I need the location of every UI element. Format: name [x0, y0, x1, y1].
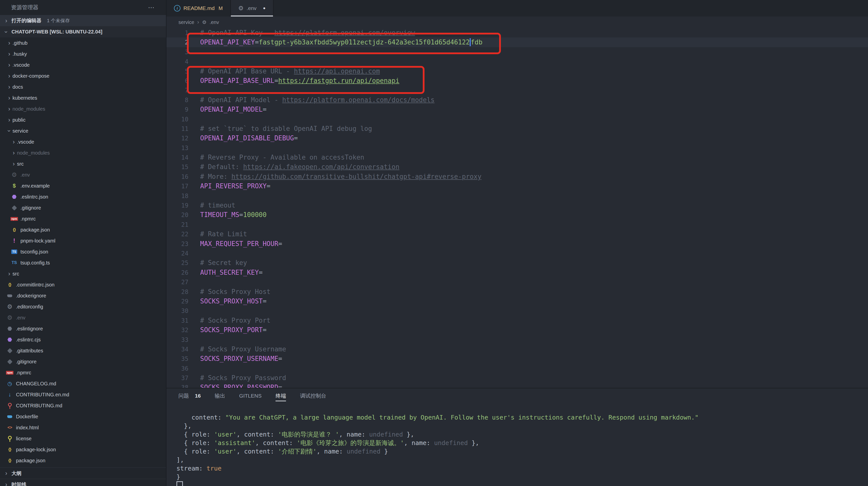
tree-item-node-modules[interactable]: ›node_modules: [0, 104, 166, 114]
code-token: =: [262, 326, 267, 334]
line-number: 13: [166, 143, 188, 153]
code-line-5[interactable]: 5# OpenAI API Base URL - https://api.ope…: [166, 66, 868, 76]
panel-tab-终端[interactable]: 终端: [276, 388, 286, 403]
tree-item-docker-compose[interactable]: ›docker-compose: [0, 70, 166, 81]
tree-item-service[interactable]: ›service: [0, 125, 166, 136]
breadcrumb-folder[interactable]: service: [179, 20, 194, 25]
panel-tab-GITLENS[interactable]: GITLENS: [239, 388, 261, 403]
tree-item-.dockerignore[interactable]: .dockerignore: [0, 290, 166, 301]
code-line-18[interactable]: 18: [166, 191, 868, 201]
code-line-7[interactable]: 7: [166, 85, 868, 95]
tree-item-.vscode[interactable]: ›.vscode: [0, 136, 166, 147]
code-line-23[interactable]: 23MAX_REQUEST_PER_HOUR=: [166, 239, 868, 249]
terminal-output[interactable]: content: "You are ChatGPT, a large langu…: [166, 403, 868, 486]
code-line-2[interactable]: 2OPENAI_API_KEY=fastgpt-y6b3axfbdd5wyp01…: [166, 37, 868, 47]
code-line-28[interactable]: 28# Socks Proxy Host: [166, 287, 868, 296]
code-line-32[interactable]: 32SOCKS_PROXY_PORT=: [166, 325, 868, 335]
tree-item-.env[interactable]: ⚙.env: [0, 312, 166, 323]
code-line-16[interactable]: 16# More: https://github.com/transitive-…: [166, 172, 868, 181]
tree-item-.vscode[interactable]: ›.vscode: [0, 59, 166, 70]
terminal-token: { role:: [177, 431, 214, 438]
tree-item-CONTRIBUTING.md[interactable]: CONTRIBUTING.md: [0, 400, 166, 411]
tree-item-node-modules[interactable]: ›node_modules: [0, 147, 166, 158]
code-line-15[interactable]: 15# Default: https://ai.fakeopen.com/api…: [166, 162, 868, 172]
code-line-34[interactable]: 34# Socks Proxy Username: [166, 344, 868, 354]
outline-section[interactable]: › 大纲: [0, 467, 166, 479]
tree-item-public[interactable]: ›public: [0, 114, 166, 125]
tree-item-pnpm-lock.yaml[interactable]: !pnpm-lock.yaml: [0, 235, 166, 246]
line-number: 15: [166, 162, 188, 172]
code-line-35[interactable]: 35SOCKS_PROXY_USERNAME=: [166, 354, 868, 363]
tree-item-CHANGELOG.md[interactable]: ◷CHANGELOG.md: [0, 378, 166, 389]
code-line-8[interactable]: 8# OpenAI API Model - https://platform.o…: [166, 95, 868, 105]
unsaved-dot-icon[interactable]: ●: [263, 6, 266, 11]
tree-item-package.json[interactable]: {}package.json: [0, 224, 166, 235]
breadcrumb-file[interactable]: .env: [210, 20, 219, 25]
timeline-section[interactable]: › 时间线: [0, 479, 166, 486]
code-line-26[interactable]: 26AUTH_SECRET_KEY=: [166, 268, 868, 277]
tree-item-Dockerfile[interactable]: Dockerfile: [0, 411, 166, 422]
tree-item-.npmrc[interactable]: .npmrc: [0, 367, 166, 378]
tree-item-CONTRIBUTING.en.md[interactable]: ↓CONTRIBUTING.en.md: [0, 389, 166, 400]
code-line-37[interactable]: 37# Socks Proxy Password: [166, 373, 868, 382]
tree-item-package.json[interactable]: {}package.json: [0, 455, 166, 466]
tree-item-package-lock.json[interactable]: {}package-lock.json: [0, 444, 166, 455]
code-line-1[interactable]: 1# OpenAI API Key - https://platform.ope…: [166, 28, 868, 37]
tree-item-.npmrc[interactable]: .npmrc: [0, 213, 166, 224]
panel-tab-调试控制台[interactable]: 调试控制台: [300, 388, 326, 403]
tab-env[interactable]: ⚙ .env ●: [231, 0, 274, 17]
code-line-10[interactable]: 10: [166, 114, 868, 124]
tree-item-docs[interactable]: ›docs: [0, 81, 166, 92]
tree-item-.github[interactable]: ›.github: [0, 37, 166, 49]
tree-item-.eslintrc.json[interactable]: .eslintrc.json: [0, 191, 166, 202]
code-line-22[interactable]: 22# Rate Limit: [166, 229, 868, 239]
more-actions-icon[interactable]: ⋯: [148, 4, 155, 11]
tree-item-tsup.config.ts[interactable]: TStsup.config.ts: [0, 257, 166, 268]
tree-item-.husky[interactable]: ›.husky: [0, 49, 166, 59]
tree-item-.env[interactable]: ⚙.env: [0, 169, 166, 180]
tree-item-index.html[interactable]: <>index.html: [0, 422, 166, 433]
code-line-17[interactable]: 17API_REVERSE_PROXY=: [166, 181, 868, 191]
tree-item-.gitattributes[interactable]: .gitattributes: [0, 345, 166, 356]
code-line-29[interactable]: 29SOCKS_PROXY_HOST=: [166, 296, 868, 306]
code-line-38[interactable]: 38SOCKS_PROXY_PASSWORD=: [166, 382, 868, 388]
code-line-12[interactable]: 12OPENAI_API_DISABLE_DEBUG=: [166, 133, 868, 143]
code-line-9[interactable]: 9OPENAI_API_MODEL=: [166, 105, 868, 114]
tree-item-.gitignore[interactable]: .gitignore: [0, 202, 166, 213]
code-line-25[interactable]: 25# Secret key: [166, 258, 868, 267]
tree-item-.gitignore[interactable]: .gitignore: [0, 356, 166, 367]
code-line-30[interactable]: 30: [166, 306, 868, 315]
open-editors-section[interactable]: › 打开的编辑器 1 个未保存: [0, 15, 166, 26]
code-line-36[interactable]: 36: [166, 364, 868, 373]
tree-item-tsconfig.json[interactable]: tsconfig.json: [0, 246, 166, 257]
code-line-19[interactable]: 19# timeout: [166, 201, 868, 210]
code-line-24[interactable]: 24: [166, 249, 868, 258]
panel-tab-问题[interactable]: 问题16: [179, 388, 200, 403]
tree-item-src[interactable]: ›src: [0, 268, 166, 279]
git-icon: [10, 204, 18, 211]
panel-tab-输出[interactable]: 输出: [215, 388, 225, 403]
code-line-13[interactable]: 13: [166, 143, 868, 152]
tree-item-license[interactable]: license: [0, 433, 166, 444]
code-line-4[interactable]: 4: [166, 57, 868, 66]
code-line-33[interactable]: 33: [166, 335, 868, 344]
tree-item-.env.example[interactable]: $.env.example: [0, 180, 166, 191]
tree-item-kubernetes[interactable]: ›kubernetes: [0, 92, 166, 104]
code-line-31[interactable]: 31# Socks Proxy Port: [166, 316, 868, 325]
tree-item-.eslintrc.cjs[interactable]: .eslintrc.cjs: [0, 334, 166, 345]
code-line-21[interactable]: 21: [166, 220, 868, 229]
tree-item-.commitlintrc.json[interactable]: {}.commitlintrc.json: [0, 279, 166, 290]
chevron-right-icon: ›: [3, 482, 9, 486]
tree-item-.editorconfig[interactable]: ⚙.editorconfig: [0, 301, 166, 312]
tree-item-src[interactable]: ›src: [0, 158, 166, 169]
project-root-section[interactable]: › CHATGPT-WEB [WSL: UBUNTU-22.04]: [0, 26, 166, 37]
code-line-3[interactable]: 3: [166, 47, 868, 57]
code-line-27[interactable]: 27: [166, 277, 868, 287]
tree-item-.eslintignore[interactable]: .eslintignore: [0, 323, 166, 334]
tab-readme[interactable]: i README.md M: [166, 0, 231, 17]
code-line-20[interactable]: 20TIMEOUT_MS=100000: [166, 210, 868, 220]
code-line-6[interactable]: 6OPENAI_API_BASE_URL=https://fastgpt.run…: [166, 76, 868, 85]
code-editor[interactable]: 1# OpenAI API Key - https://platform.ope…: [166, 28, 868, 388]
code-line-11[interactable]: 11# set `true` to disable OpenAI API deb…: [166, 124, 868, 133]
code-line-14[interactable]: 14# Reverse Proxy - Available on accessT…: [166, 152, 868, 162]
